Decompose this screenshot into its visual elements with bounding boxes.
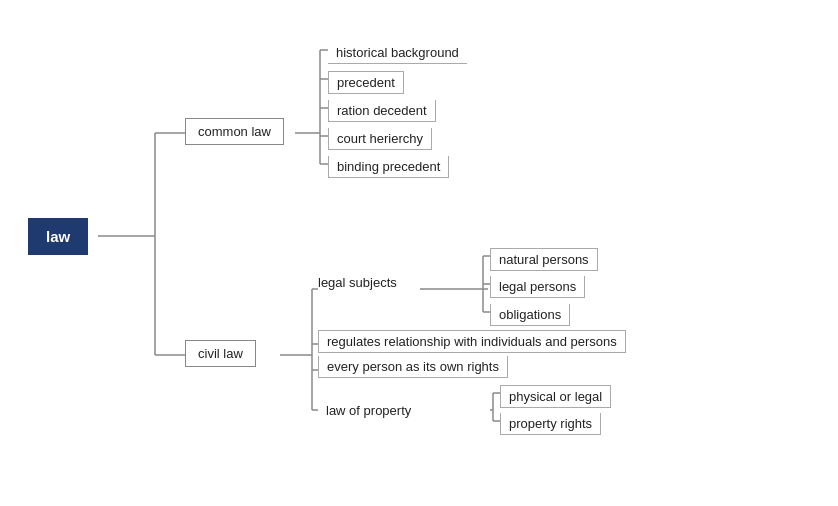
civil-law-label: civil law (198, 346, 243, 361)
leaf-court-herierchy: court herierchy (328, 128, 432, 150)
regulates-label: regulates relationship with individuals … (318, 330, 626, 353)
every-person-label: every person as its own rights (318, 356, 508, 378)
law-of-property-label: law of property (318, 400, 419, 421)
leaf-natural-persons: natural persons (490, 248, 598, 271)
leaf-ration-decedent: ration decedent (328, 100, 436, 122)
leaf-binding-precedent: binding precedent (328, 156, 449, 178)
leaf-precedent: precedent (328, 71, 404, 94)
common-law-label: common law (198, 124, 271, 139)
leaf-property-rights: property rights (500, 413, 601, 435)
common-law-node: common law (185, 118, 284, 145)
root-node: law (28, 218, 88, 255)
civil-law-node: civil law (185, 340, 256, 367)
leaf-physical-or-legal: physical or legal (500, 385, 611, 408)
root-label: law (46, 228, 70, 245)
legal-subjects-label: legal subjects (318, 275, 397, 290)
leaf-legal-persons: legal persons (490, 276, 585, 298)
leaf-obligations: obligations (490, 304, 570, 326)
leaf-historical-background: historical background (328, 42, 467, 64)
